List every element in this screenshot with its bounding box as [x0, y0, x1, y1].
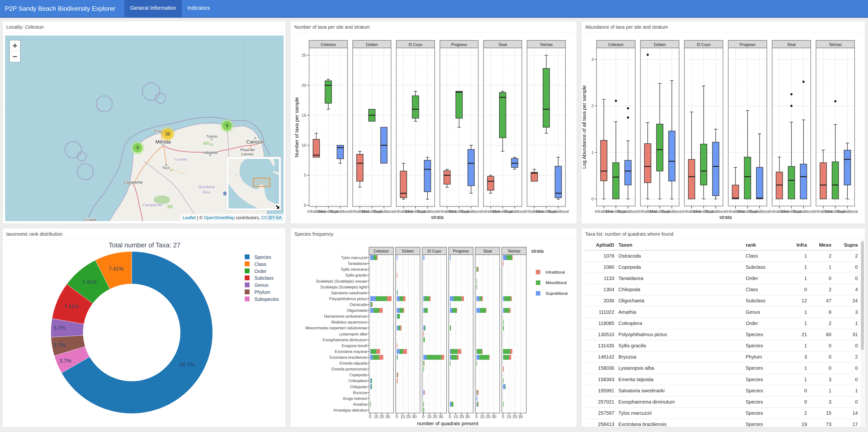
svg-text:7.41%: 7.41%: [109, 266, 124, 272]
svg-text:Exogone bondi: Exogone bondi: [342, 344, 367, 348]
svg-text:5: 5: [304, 173, 306, 178]
svg-text:7.41%: 7.41%: [82, 279, 97, 285]
svg-text:20: 20: [459, 414, 464, 419]
svg-text:Number of taxa per sample: Number of taxa per sample: [294, 97, 299, 157]
svg-text:3.7%: 3.7%: [59, 358, 71, 364]
svg-text:30: 30: [492, 414, 496, 419]
svg-text:Supralittoral: Supralittoral: [837, 209, 858, 214]
svg-text:strata: strata: [431, 214, 444, 220]
svg-text:Supralittoral: Supralittoral: [417, 209, 438, 214]
svg-text:Amastigos delicatus: Amastigos delicatus: [333, 408, 367, 412]
svg-text:10: 10: [427, 414, 432, 419]
svg-text:2: 2: [591, 104, 594, 108]
svg-text:0: 0: [475, 414, 477, 419]
svg-text:36: 36: [165, 131, 170, 137]
svg-text:Dzilam: Dzilam: [654, 42, 666, 47]
svg-text:Namanereis amboinensis: Namanereis amboinensis: [324, 314, 367, 318]
svg-text:Sisal: Sisal: [787, 42, 796, 47]
svg-text:Supralittoral: Supralittoral: [661, 209, 682, 214]
svg-text:Lysianopsis alba: Lysianopsis alba: [339, 332, 367, 336]
svg-text:Mexorchestia carpenteri radulo: Mexorchestia carpenteri raduloviciae: [306, 326, 367, 330]
svg-text:Sisal: Sisal: [483, 249, 492, 253]
svg-text:10: 10: [302, 143, 306, 148]
svg-text:1: 1: [591, 150, 594, 155]
svg-text:+: +: [13, 41, 18, 50]
svg-text:Progreso: Progreso: [453, 249, 469, 253]
svg-text:El Cuyo: El Cuyo: [428, 249, 441, 253]
svg-text:30: 30: [518, 414, 523, 419]
svg-text:Quintana: Quintana: [198, 184, 215, 189]
svg-text:Ciudad: Ciudad: [84, 218, 96, 221]
svg-text:Yucatán: Yucatán: [174, 157, 187, 161]
svg-text:20: 20: [433, 414, 437, 419]
svg-text:Copepoda: Copepoda: [349, 373, 367, 377]
svg-text:Celestun: Celestun: [608, 42, 624, 47]
svg-text:Coleoptera: Coleoptera: [348, 379, 367, 383]
svg-text:Valladolid: Valladolid: [203, 150, 218, 154]
svg-text:25: 25: [302, 53, 306, 58]
svg-text:Total number of Taxa: 27: Total number of Taxa: 27: [108, 241, 180, 249]
svg-text:Supralittoral: Supralittoral: [373, 209, 394, 214]
svg-text:Class: Class: [254, 261, 266, 267]
svg-text:Scolelepis (Scolelepis) vossae: Scolelepis (Scolelepis) vossae: [316, 279, 367, 283]
svg-text:30: 30: [465, 414, 470, 419]
svg-text:Tizimín: Tizimín: [206, 135, 217, 138]
svg-text:3: 3: [591, 57, 594, 62]
svg-text:Modiolus squamosus: Modiolus squamosus: [331, 320, 367, 324]
svg-text:Species: Species: [254, 254, 272, 260]
svg-text:9: 9: [136, 145, 139, 150]
svg-text:Aruga holmesi: Aruga holmesi: [343, 397, 367, 401]
svg-text:Supralittoral: Supralittoral: [504, 209, 525, 214]
svg-text:Tylos marcuzzii: Tylos marcuzzii: [341, 256, 367, 260]
svg-text:Supralittoral: Supralittoral: [461, 209, 482, 214]
svg-text:0: 0: [422, 414, 424, 419]
svg-text:Ticul: Ticul: [162, 166, 169, 170]
svg-text:Emerita portoricensis: Emerita portoricensis: [332, 367, 367, 371]
svg-text:Supralittoral: Supralittoral: [749, 209, 770, 214]
svg-text:10: 10: [374, 414, 378, 419]
svg-text:Excirolana braziliensis: Excirolana braziliensis: [330, 355, 367, 359]
svg-text:Celestun: Celestun: [320, 42, 336, 47]
svg-text:Ostracoda: Ostracoda: [349, 303, 367, 307]
svg-text:0: 0: [449, 414, 451, 419]
svg-text:Syllis gracilis: Syllis gracilis: [345, 273, 367, 277]
svg-text:Supralittoral: Supralittoral: [330, 209, 351, 214]
svg-text:Infralittoral: Infralittoral: [546, 270, 565, 275]
svg-text:Progreso: Progreso: [451, 42, 467, 47]
svg-text:Polyophthalmus pictus: Polyophthalmus pictus: [329, 297, 367, 301]
svg-text:Excirolana mayana: Excirolana mayana: [335, 349, 367, 354]
svg-text:3.7%: 3.7%: [54, 342, 65, 348]
svg-text:20: 20: [302, 83, 306, 88]
svg-text:Subspecies: Subspecies: [254, 296, 279, 302]
svg-text:20: 20: [379, 414, 384, 419]
svg-text:Telchac: Telchac: [540, 42, 553, 47]
svg-text:Supralittoral: Supralittoral: [546, 291, 568, 296]
svg-text:10: 10: [507, 414, 511, 419]
svg-text:3.7%: 3.7%: [54, 325, 65, 331]
svg-text:7.41%: 7.41%: [64, 304, 79, 309]
svg-text:Roo: Roo: [203, 190, 210, 194]
svg-text:Celestun: Celestun: [373, 249, 389, 253]
svg-text:Bryozoa: Bryozoa: [353, 391, 367, 395]
svg-text:Dzilam: Dzilam: [402, 249, 414, 253]
svg-text:Carmen: Carmen: [241, 152, 254, 156]
svg-text:20: 20: [406, 414, 411, 419]
svg-text:El Cuyo: El Cuyo: [697, 42, 711, 47]
svg-text:Supralittoral: Supralittoral: [793, 209, 814, 214]
svg-text:Playa del: Playa del: [240, 148, 255, 152]
svg-text:30: 30: [439, 414, 443, 419]
svg-text:strata: strata: [719, 214, 732, 220]
svg-text:Supralittoral: Supralittoral: [548, 209, 569, 214]
svg-text:Order: Order: [254, 268, 267, 274]
svg-text:0: 0: [591, 197, 594, 201]
svg-text:15: 15: [302, 113, 306, 118]
svg-text:Emerita talpoida: Emerita talpoida: [340, 361, 367, 365]
svg-text:Syllis mexicana: Syllis mexicana: [341, 267, 367, 271]
svg-text:10: 10: [454, 414, 458, 419]
svg-text:Sisal: Sisal: [498, 42, 507, 47]
svg-text:Campeche: Campeche: [124, 180, 143, 184]
svg-text:El Cuyo: El Cuyo: [409, 42, 422, 47]
svg-text:20: 20: [486, 414, 490, 419]
svg-text:Supralittoral: Supralittoral: [706, 209, 726, 214]
svg-text:0: 0: [304, 203, 306, 208]
